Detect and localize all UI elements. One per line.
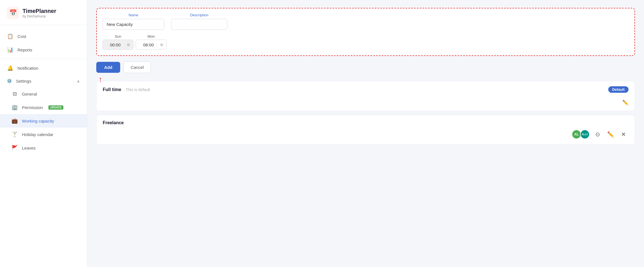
- sidebar-item-general[interactable]: ⊟ General: [0, 87, 87, 101]
- description-input[interactable]: [171, 19, 227, 30]
- app-logo: 📅 TimePlanner by DevSamurai: [0, 0, 87, 25]
- holiday-calendar-icon: 🍸: [11, 131, 18, 137]
- arrow-indicator: ↑: [99, 75, 102, 84]
- app-subtitle: by DevSamurai: [23, 14, 56, 18]
- description-field-group: Description: [171, 13, 227, 30]
- permission-icon: 🏢: [11, 104, 18, 110]
- main-content: Name Description Sun00:00⊗Mon08:00⊗ Add …: [87, 0, 644, 267]
- logo-text: TimePlanner by DevSamurai: [23, 8, 56, 18]
- days-row: Sun00:00⊗Mon08:00⊗: [102, 34, 629, 50]
- cost-icon: 📋: [7, 33, 14, 39]
- sidebar-nav: 📋 Cost 📊 Reports 🔔 Notification ⚙️ Setti…: [0, 25, 87, 159]
- new-capacity-form: Name Description Sun00:00⊗Mon08:00⊗: [96, 8, 635, 56]
- chevron-up-icon: ▲: [76, 79, 80, 83]
- working-capacity-icon: 💼: [11, 118, 18, 124]
- time-clear-mon[interactable]: ⊗: [160, 42, 164, 47]
- logo-icon: 📅: [7, 7, 19, 19]
- name-input[interactable]: [102, 19, 164, 30]
- day-label-sun: Sun: [102, 34, 133, 39]
- day-col-sun: Sun00:00⊗: [102, 34, 133, 50]
- reports-label: Reports: [17, 47, 32, 52]
- notification-label: Notification: [17, 66, 38, 71]
- reports-icon: 📊: [7, 47, 14, 53]
- sidebar-item-notification[interactable]: 🔔 Notification: [0, 61, 87, 75]
- day-col-mon: Mon08:00⊗: [136, 34, 167, 50]
- name-label: Name: [102, 13, 164, 17]
- full-time-card: Full time This is default Default ✏️: [96, 81, 635, 111]
- freelance-avatar-group: AL ELLY: [572, 130, 590, 139]
- sidebar-item-holiday-calendar[interactable]: 🍸 Holiday calendar: [0, 128, 87, 141]
- freelance-footer: AL ELLY ⊙ ✏️ ✕: [103, 129, 629, 139]
- avatar-al: AL: [572, 130, 581, 139]
- settings-icon: ⚙️: [7, 78, 12, 83]
- app-title: TimePlanner: [23, 8, 56, 14]
- freelance-delete-button[interactable]: ✕: [618, 129, 629, 139]
- sidebar-item-cost[interactable]: 📋 Cost: [0, 30, 87, 43]
- freelance-card-actions: ⊙ ✏️ ✕: [592, 129, 629, 139]
- sidebar-item-permission[interactable]: 🏢 Permission UPDATE: [0, 101, 87, 114]
- leaves-label: Leaves: [22, 146, 35, 150]
- day-label-mon: Mon: [136, 34, 167, 39]
- name-field-group: Name: [102, 13, 164, 30]
- action-buttons: Add Cancel ↑: [96, 62, 635, 73]
- permission-label: Permission: [22, 105, 43, 110]
- settings-submenu: ⊟ General 🏢 Permission UPDATE 💼 Working …: [0, 87, 87, 155]
- nav-divider: [0, 59, 87, 59]
- general-label: General: [22, 92, 37, 96]
- time-value-mon: 08:00: [139, 42, 158, 47]
- freelance-approve-button[interactable]: ⊙: [592, 129, 603, 139]
- notification-icon: 🔔: [7, 65, 14, 71]
- freelance-card: Freelance AL ELLY ⊙ ✏️ ✕: [96, 115, 635, 145]
- sidebar-item-working-capacity[interactable]: 💼 Working capacity: [0, 114, 87, 128]
- general-icon: ⊟: [11, 91, 18, 97]
- leaves-icon: 🚩: [11, 145, 18, 151]
- form-fields-row: Name Description: [102, 13, 629, 30]
- full-time-title: Full time: [103, 87, 121, 92]
- permission-update-badge: UPDATE: [48, 105, 63, 110]
- time-input-mon[interactable]: 08:00⊗: [136, 40, 167, 50]
- time-input-sun[interactable]: 00:00⊗: [102, 40, 133, 50]
- settings-label: Settings: [16, 79, 31, 83]
- time-value-sun: 00:00: [106, 42, 125, 47]
- cancel-button[interactable]: Cancel: [124, 62, 151, 73]
- default-badge: Default: [608, 86, 629, 93]
- sidebar-item-leaves[interactable]: 🚩 Leaves: [0, 141, 87, 155]
- freelance-title: Freelance: [103, 120, 124, 125]
- freelance-edit-button[interactable]: ✏️: [605, 129, 616, 139]
- sidebar-item-reports[interactable]: 📊 Reports: [0, 43, 87, 56]
- avatar-elly: ELLY: [580, 130, 590, 139]
- sidebar-item-settings[interactable]: ⚙️ Settings ▲: [0, 75, 87, 87]
- working-capacity-label: Working capacity: [22, 119, 54, 123]
- full-time-card-header: Full time This is default Default: [103, 86, 629, 93]
- add-button[interactable]: Add: [96, 62, 120, 73]
- cost-label: Cost: [17, 34, 26, 39]
- full-time-subtitle: This is default: [126, 87, 150, 92]
- freelance-card-header: Freelance: [103, 120, 629, 125]
- time-clear-sun[interactable]: ⊗: [127, 42, 130, 47]
- description-label: Description: [171, 13, 227, 17]
- sidebar: 📅 TimePlanner by DevSamurai 📋 Cost 📊 Rep…: [0, 0, 87, 267]
- holiday-calendar-label: Holiday calendar: [22, 132, 53, 137]
- full-time-edit-button[interactable]: ✏️: [622, 99, 629, 106]
